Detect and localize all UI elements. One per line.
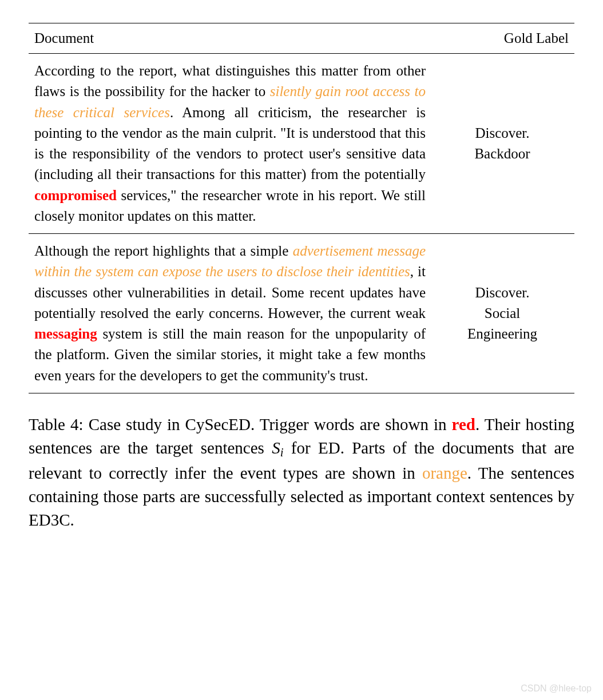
table-row: According to the report, what distinguis… — [29, 54, 574, 233]
document-cell: According to the report, what distinguis… — [29, 61, 430, 226]
label-line: Backdoor — [474, 146, 530, 161]
rule-bottom — [29, 393, 574, 393]
caption-fragment: Table 4: Case study in CySecED. Trigger … — [29, 415, 452, 433]
trigger-word: messaging — [34, 326, 97, 341]
caption-red-word: red — [452, 415, 475, 433]
header-document: Document — [34, 30, 431, 46]
gold-label-cell: Discover. Social Engineering — [430, 283, 574, 345]
label-line: Social — [485, 305, 521, 321]
trigger-word: compromised — [34, 188, 117, 203]
case-study-table: Document Gold Label According to the rep… — [29, 23, 574, 393]
math-variable-S: S — [272, 439, 280, 457]
header-gold-label: Gold Label — [431, 30, 569, 46]
table-header-row: Document Gold Label — [29, 23, 574, 53]
caption-orange-word: orange — [422, 464, 467, 482]
table-caption: Table 4: Case study in CySecED. Trigger … — [29, 413, 574, 532]
text-fragment: Although the report highlights that a si… — [34, 243, 293, 258]
label-line: Discover. — [475, 125, 529, 141]
gold-label-cell: Discover. Backdoor — [430, 123, 574, 165]
label-line: Engineering — [467, 326, 537, 341]
document-cell: Although the report highlights that a si… — [29, 241, 430, 386]
label-line: Discover. — [475, 285, 529, 300]
table-row: Although the report highlights that a si… — [29, 234, 574, 393]
